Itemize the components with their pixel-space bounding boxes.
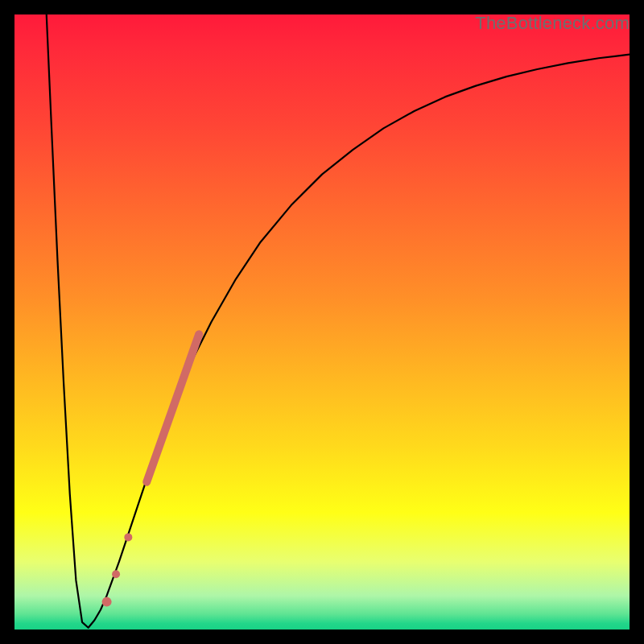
bottleneck-curve	[47, 14, 630, 628]
watermark-text: TheBottleneck.com	[475, 13, 630, 34]
marker-dot	[102, 597, 112, 607]
marker-dot	[124, 533, 132, 541]
marker-bar	[147, 334, 199, 481]
chart-svg	[14, 14, 630, 630]
marker-dot	[112, 570, 120, 578]
plot-area	[14, 14, 630, 630]
chart-frame: TheBottleneck.com	[0, 0, 644, 644]
